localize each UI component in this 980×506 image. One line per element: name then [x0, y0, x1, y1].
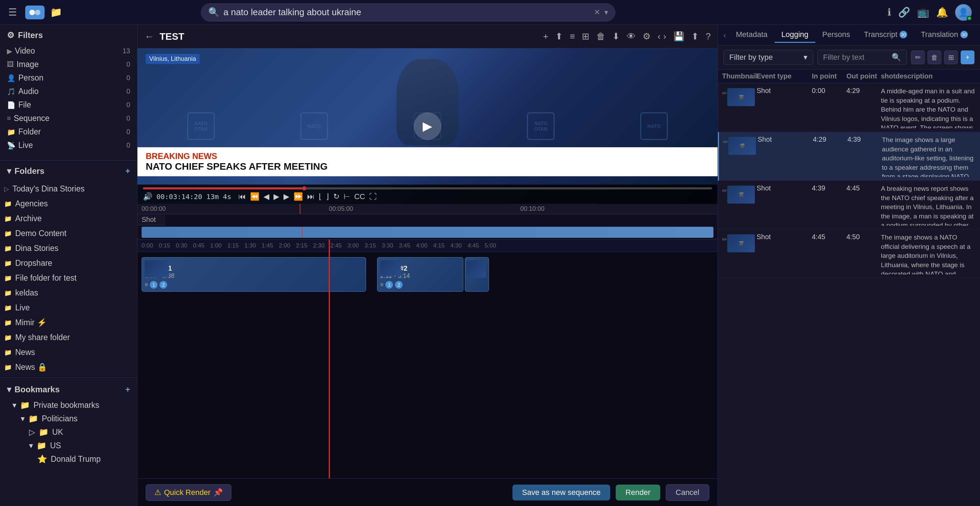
tab-translation[interactable]: Translation 30 — [914, 27, 975, 43]
folder-news[interactable]: 📁 News — [0, 345, 137, 360]
folder-live[interactable]: 📁 Live — [0, 300, 137, 315]
folders-header[interactable]: ▾ Folders + — [7, 166, 130, 176]
filters-header[interactable]: ⚙ Filters — [7, 30, 130, 40]
edit-icon-2[interactable]: ✏ — [723, 137, 728, 146]
filter-sequence[interactable]: ≡ Sequence 0 — [7, 112, 130, 125]
layout-button[interactable]: ≡ — [570, 31, 575, 42]
folder-file-test[interactable]: 📁 File folder for test — [0, 271, 137, 286]
bookmark-private[interactable]: ▾ 📁 Private bookmarks — [0, 399, 137, 412]
log-row[interactable]: ✏ 🎬 Shot 4:29 4:39 The image shows a lar… — [718, 132, 980, 181]
filter-delete-button[interactable]: 🗑 — [928, 51, 941, 64]
cancel-button[interactable]: Cancel — [666, 484, 709, 501]
render-button[interactable]: Render — [616, 485, 660, 500]
log-row[interactable]: ✏ 🎬 Shot 0:00 4:29 A middle-aged man in … — [718, 83, 980, 132]
folder-dropshare[interactable]: 📁 Dropshare — [0, 256, 137, 271]
folder-demo[interactable]: 📁 Demo Content — [0, 226, 137, 241]
folder-icon[interactable]: 📁 — [50, 6, 62, 18]
fullscreen-icon[interactable]: ⛶ — [369, 192, 377, 201]
search-expand-icon[interactable]: ▾ — [604, 8, 608, 17]
filter-copy-button[interactable]: ⊞ — [944, 51, 958, 64]
skip-back-icon[interactable]: ⏮ — [238, 192, 246, 201]
folder-news-locked[interactable]: 📁 News 🔒 — [0, 360, 137, 375]
split-icon[interactable]: ⊢ — [344, 192, 350, 201]
search-input[interactable] — [223, 7, 590, 18]
volume-icon[interactable]: 🔊 — [143, 192, 152, 201]
preview-button[interactable]: 👁 — [627, 31, 636, 42]
filter-person[interactable]: 👤 Person 0 — [7, 71, 130, 85]
progress-bar[interactable] — [143, 187, 712, 189]
step-forward-icon[interactable]: ▶ — [283, 192, 290, 201]
folder-today-dina[interactable]: ▷ Today's Dina Stories — [0, 182, 137, 196]
filter-audio[interactable]: 🎵 Audio 0 — [7, 85, 130, 98]
tab-transcript[interactable]: Transcript 30 — [857, 27, 914, 43]
row2-edit[interactable]: ✏ 🎬 — [723, 136, 757, 155]
bookmark-us[interactable]: ▾ 📁 US — [0, 439, 137, 452]
loop-icon[interactable]: ↻ — [333, 192, 339, 201]
sequence-clip-1[interactable]: TEST #1 0:00 - 1:38 ≡ 1 2 — [142, 257, 366, 292]
filter-folder[interactable]: 📁 Folder 0 — [7, 125, 130, 139]
settings-button[interactable]: ⚙ — [643, 31, 651, 42]
help-icon[interactable]: ? — [706, 31, 711, 42]
bookmarks-header[interactable]: ▾ Bookmarks + — [0, 380, 137, 399]
play-button[interactable]: ▶ — [414, 112, 441, 140]
row1-edit[interactable]: ✏ 🎬 — [722, 87, 757, 106]
mark-out-icon[interactable]: ⌋ — [326, 192, 329, 201]
folder-archive[interactable]: 📁 Archive — [0, 211, 137, 226]
edit-icon-1[interactable]: ✏ — [722, 88, 727, 97]
add-folder-button[interactable]: + — [125, 166, 130, 176]
filter-text-field[interactable]: Filter by text 🔍 — [817, 50, 907, 65]
info-icon[interactable]: ℹ — [888, 6, 891, 18]
sequence-clip-3[interactable] — [465, 257, 489, 292]
tv-icon[interactable]: 📺 — [917, 6, 929, 18]
filter-live[interactable]: 📡 Live 0 — [7, 139, 130, 152]
search-clear-icon[interactable]: ✕ — [594, 8, 600, 17]
prev-button[interactable]: ‹ — [657, 31, 660, 42]
bookmark-uk[interactable]: ▷ 📁 UK — [0, 425, 137, 439]
back-button[interactable]: ← — [144, 31, 154, 42]
grid-button[interactable]: ⊞ — [582, 31, 589, 42]
filter-video[interactable]: ▶ Video 13 — [7, 44, 130, 58]
tab-persons[interactable]: Persons — [815, 27, 857, 43]
skip-forward-icon[interactable]: ⏭ — [307, 192, 315, 201]
filter-file[interactable]: 📄 File 0 — [7, 98, 130, 112]
menu-icon[interactable]: ☰ — [8, 6, 17, 18]
row4-edit[interactable]: ✏ 🎬 — [722, 233, 757, 252]
bookmark-trump[interactable]: ⭐ Donald Trump — [0, 452, 137, 466]
avatar[interactable]: 👤 — [955, 4, 972, 21]
save-sequence-button[interactable]: Save as new sequence — [512, 485, 611, 500]
share-icon[interactable]: ⬆ — [691, 31, 699, 42]
timeline-track[interactable] — [142, 227, 713, 238]
folder-dina-stories[interactable]: 📁 Dina Stories — [0, 241, 137, 256]
link-icon[interactable]: 🔗 — [898, 6, 910, 18]
folder-my-share[interactable]: 📁 My share folder — [0, 330, 137, 345]
delete-button[interactable]: 🗑 — [597, 31, 605, 42]
row3-edit[interactable]: ✏ 🎬 — [722, 184, 757, 204]
tab-metadata[interactable]: Metadata — [729, 27, 775, 43]
log-row[interactable]: ✏ 🎬 Shot 4:39 4:45 A breaking news repor… — [718, 181, 980, 230]
edit-icon-3[interactable]: ✏ — [722, 185, 727, 195]
search-bar[interactable]: 🔍 ✕ ▾ — [201, 3, 615, 21]
add-bookmark-button[interactable]: + — [125, 385, 130, 394]
subtitle-icon[interactable]: CC — [354, 192, 365, 201]
edit-icon-4[interactable]: ✏ — [722, 234, 727, 243]
folder-agencies[interactable]: 📁 Agencies — [0, 196, 137, 211]
tab-labels[interactable]: Labels — [975, 27, 980, 43]
filter-image[interactable]: 🖼 Image 0 — [7, 58, 130, 71]
log-row[interactable]: ✏ 🎬 Shot 4:45 4:50 The image shows a NAT… — [718, 230, 980, 278]
bookmark-politicians[interactable]: ▾ 📁 Politicians — [0, 412, 137, 425]
frame-back-icon[interactable]: ⏪ — [250, 192, 259, 201]
frame-forward-icon[interactable]: ⏩ — [294, 192, 303, 201]
quick-render-button[interactable]: ⚠ Quick Render 📌 — [146, 484, 231, 501]
download-button[interactable]: ⬇ — [612, 31, 620, 42]
sequence-clip-2[interactable]: TEST #2 2:12 - 3:14 ≡ 1 2 — [377, 257, 463, 292]
save-icon[interactable]: 💾 — [673, 31, 684, 42]
mark-in-icon[interactable]: ⌊ — [319, 192, 322, 201]
tab-logging[interactable]: Logging — [775, 27, 815, 43]
folder-mimir[interactable]: 📁 Mimir ⚡ — [0, 315, 137, 330]
filter-add-button[interactable]: + — [961, 51, 974, 64]
play-pause-icon[interactable]: ▶ — [274, 192, 279, 201]
upload-button[interactable]: ⬆ — [555, 31, 563, 42]
panel-prev-icon[interactable]: ‹ — [721, 28, 729, 43]
step-back-icon[interactable]: ◀ — [264, 192, 269, 201]
filter-type-select[interactable]: Filter by type ▾ — [724, 50, 813, 65]
